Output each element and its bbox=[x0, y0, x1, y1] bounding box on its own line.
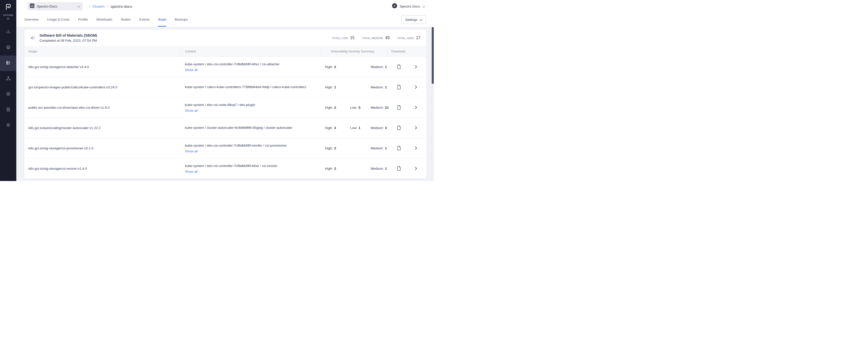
chevron-right-icon[interactable] bbox=[415, 65, 417, 69]
image-name: k8s.gcr.io/sig-storage/csi-provisioner:v… bbox=[24, 146, 181, 150]
chevron-right-icon[interactable] bbox=[415, 85, 417, 89]
row-actions bbox=[388, 65, 426, 69]
chevron-down-icon bbox=[420, 18, 422, 22]
show-all-link[interactable]: Show all bbox=[185, 170, 198, 173]
tab-workloads[interactable]: Workloads bbox=[96, 12, 113, 27]
context-cell: kube-system / calico-kube-controllers-77… bbox=[181, 85, 321, 90]
sidebar-item-analytics[interactable] bbox=[0, 24, 16, 40]
sidebar-item-clusters[interactable] bbox=[0, 56, 16, 71]
download-file-icon[interactable] bbox=[397, 166, 401, 171]
tab-events[interactable]: Events bbox=[139, 12, 149, 27]
download-file-icon[interactable] bbox=[397, 65, 401, 69]
severity-high: High:2 bbox=[325, 65, 350, 69]
row-actions bbox=[388, 146, 426, 151]
show-all-link[interactable]: Show all bbox=[185, 109, 198, 112]
tab-profile[interactable]: Profile bbox=[78, 12, 88, 27]
severity-high: High:2 bbox=[325, 106, 350, 109]
tab-backups[interactable]: Backups bbox=[175, 12, 188, 27]
download-file-icon[interactable] bbox=[397, 146, 401, 151]
sidebar-item-registries[interactable] bbox=[0, 87, 16, 102]
scrollbar-thumb[interactable] bbox=[432, 27, 434, 84]
project-icon bbox=[30, 3, 34, 9]
column-header-severity: Vulnerability Severity Summary bbox=[321, 46, 388, 57]
context-text: kube-system / ebs-csi-node-86sq7 / ebs-p… bbox=[185, 102, 312, 108]
main-content: Software Bill of Materials (SBOM) Comple… bbox=[16, 27, 434, 181]
chevron-right-icon[interactable] bbox=[415, 167, 417, 170]
image-name: k8s.gcr.io/sig-storage/csi-attacher:v3.4… bbox=[24, 65, 181, 69]
table-row[interactable]: k8s.gcr.io/sig-storage/csi-provisioner:v… bbox=[24, 138, 427, 158]
sidebar: 10.3-101121 bbox=[0, 0, 16, 181]
severity-high: High:3 bbox=[325, 126, 350, 130]
project-selector[interactable]: Spectro-Docs bbox=[27, 2, 83, 10]
severity-totals: TOTAL LOW 15 TOTAL MEDIUM 49 TOTAL HIGH … bbox=[332, 36, 421, 40]
chevron-right-icon[interactable] bbox=[415, 146, 417, 150]
table-row[interactable]: gcr.io/spectro-images-public/calico/kube… bbox=[24, 77, 427, 97]
account-label: Spectro Docs bbox=[400, 4, 420, 8]
settings-button[interactable]: Settings bbox=[401, 15, 426, 24]
image-name: public.ecr.aws/ebs-csi-driver/aws-ebs-cs… bbox=[24, 106, 181, 109]
show-all-link[interactable]: Show all bbox=[185, 150, 198, 153]
breadcrumb: / Clusters / spectro-docs bbox=[89, 4, 132, 8]
severity-summary: High:1 Medium:1 bbox=[321, 85, 388, 89]
context-text: kube-system / ebs-csi-controller-7cf8dbb… bbox=[185, 62, 312, 67]
severity-low bbox=[350, 146, 371, 150]
row-actions bbox=[388, 126, 426, 130]
bar-chart-icon bbox=[6, 29, 11, 35]
target-icon bbox=[6, 91, 11, 97]
back-arrow-icon[interactable] bbox=[31, 36, 35, 40]
download-file-icon[interactable] bbox=[397, 85, 401, 89]
sidebar-item-workspaces[interactable] bbox=[0, 71, 16, 87]
image-name: k8s.gcr.io/autoscaling/cluster-autoscale… bbox=[24, 126, 181, 130]
severity-low bbox=[350, 167, 371, 170]
context-text: kube-system / calico-kube-controllers-77… bbox=[185, 85, 312, 90]
severity-high: High:2 bbox=[325, 167, 350, 170]
severity-medium: Medium:3 bbox=[371, 126, 388, 130]
sbom-titles: Software Bill of Materials (SBOM) Comple… bbox=[39, 33, 97, 42]
project-selector-label: Spectro-Docs bbox=[37, 4, 75, 8]
table-row[interactable]: k8s.gcr.io/autoscaling/cluster-autoscale… bbox=[24, 118, 427, 138]
context-cell: kube-system / ebs-csi-node-86sq7 / ebs-p… bbox=[181, 102, 321, 113]
scrollbar-track[interactable] bbox=[432, 27, 434, 181]
context-cell: kube-system / ebs-csi-controller-7cf8dbb… bbox=[181, 163, 321, 174]
table-row[interactable]: public.ecr.aws/ebs-csi-driver/aws-ebs-cs… bbox=[24, 97, 427, 118]
severity-summary: High:2 Low:5 Medium:21 bbox=[321, 106, 388, 109]
download-file-icon[interactable] bbox=[397, 126, 401, 130]
breadcrumb-separator: / bbox=[89, 4, 90, 8]
table-row[interactable]: k8s.gcr.io/sig-storage/csi-resizer:v1.4.… bbox=[24, 158, 427, 179]
download-file-icon[interactable] bbox=[397, 105, 401, 110]
image-name: k8s.gcr.io/sig-storage/csi-resizer:v1.4.… bbox=[24, 167, 181, 170]
context-cell: kube-system / ebs-csi-controller-7cf8dbb… bbox=[181, 62, 321, 72]
sbom-header: Software Bill of Materials (SBOM) Comple… bbox=[24, 30, 427, 46]
chevron-right-icon[interactable] bbox=[415, 106, 417, 109]
severity-low bbox=[350, 65, 371, 69]
breadcrumb-link-clusters[interactable]: Clusters bbox=[93, 4, 105, 8]
tab-scan[interactable]: Scan bbox=[158, 12, 166, 27]
severity-medium: Medium:1 bbox=[371, 146, 388, 150]
tab-nodes[interactable]: Nodes bbox=[121, 12, 131, 27]
gear-icon bbox=[6, 123, 11, 129]
total-high: TOTAL HIGH 17 bbox=[397, 36, 421, 40]
sidebar-item-profiles[interactable] bbox=[0, 40, 16, 56]
row-actions bbox=[388, 166, 426, 171]
column-header-context: Context bbox=[181, 46, 321, 57]
show-all-link[interactable]: Show all bbox=[185, 68, 198, 72]
tab-overview[interactable]: Overview bbox=[24, 12, 38, 27]
context-text: kube-system / ebs-csi-controller-7cf8dbb… bbox=[185, 163, 312, 169]
spectro-cloud-logo bbox=[4, 3, 12, 10]
severity-low: Low:1 bbox=[350, 126, 371, 130]
table-row[interactable]: k8s.gcr.io/sig-storage/csi-attacher:v3.4… bbox=[24, 57, 427, 77]
sidebar-item-audit[interactable] bbox=[0, 102, 16, 118]
severity-summary: High:3 Low:1 Medium:3 bbox=[321, 126, 388, 130]
account-menu[interactable]: Spectro Docs bbox=[392, 3, 425, 9]
severity-medium: Medium:1 bbox=[371, 65, 388, 69]
layers-icon bbox=[6, 45, 11, 51]
account-badge-icon bbox=[392, 3, 397, 9]
tab-usage-costs[interactable]: Usage & Costs bbox=[47, 12, 69, 27]
chevron-down-icon bbox=[78, 4, 80, 8]
sidebar-item-settings[interactable] bbox=[0, 118, 16, 133]
severity-medium: Medium:1 bbox=[371, 85, 388, 89]
cluster-tabs: Overview Usage & Costs Profile Workloads… bbox=[16, 12, 434, 27]
severity-low: Low:5 bbox=[350, 106, 371, 109]
chevron-right-icon[interactable] bbox=[415, 126, 417, 130]
total-medium: TOTAL MEDIUM 49 bbox=[362, 36, 390, 40]
